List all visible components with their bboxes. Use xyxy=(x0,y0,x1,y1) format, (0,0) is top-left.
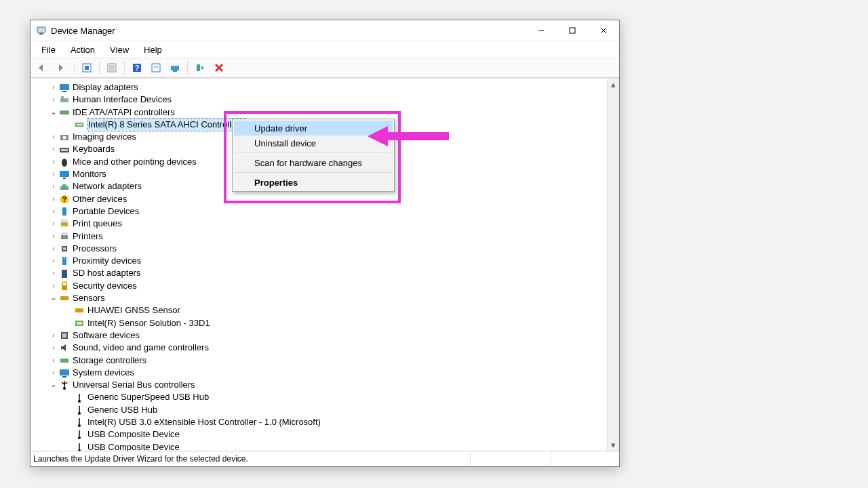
caret-icon[interactable] xyxy=(50,143,58,155)
properties-button[interactable] xyxy=(104,60,120,76)
caret-icon[interactable] xyxy=(50,193,58,205)
ide-icon xyxy=(59,107,70,118)
caret-icon[interactable] xyxy=(50,205,58,218)
node-processors[interactable]: Processors xyxy=(31,243,607,255)
sensor-icon xyxy=(74,305,85,316)
node-usb-2[interactable]: Generic USB Hub xyxy=(31,404,607,416)
node-sensor-huawei[interactable]: HUAWEI GNSS Sensor xyxy=(31,304,607,317)
status-text: Launches the Update Driver Wizard for th… xyxy=(31,454,470,464)
minimize-button[interactable] xyxy=(526,20,557,41)
node-sensor-intel[interactable]: Intel(R) Sensor Solution - 33D1 xyxy=(31,317,607,329)
node-printers[interactable]: Printers xyxy=(31,230,607,243)
svg-point-48 xyxy=(64,258,65,259)
forward-button[interactable] xyxy=(54,60,70,76)
caret-icon[interactable] xyxy=(50,367,58,379)
caret-icon[interactable] xyxy=(50,131,58,143)
node-other[interactable]: ? Other devices xyxy=(31,193,607,205)
svg-rect-1 xyxy=(39,33,43,35)
node-usb[interactable]: Universal Serial Bus controllers xyxy=(31,379,607,391)
node-sdhost[interactable]: SD host adapters xyxy=(31,267,607,279)
back-button[interactable] xyxy=(35,60,51,76)
node-storage[interactable]: Storage controllers xyxy=(31,354,607,367)
computer-icon xyxy=(59,367,70,378)
maximize-button[interactable] xyxy=(557,20,588,41)
caret-icon[interactable] xyxy=(50,342,58,354)
update-driver-button[interactable] xyxy=(148,60,164,76)
sensor-icon xyxy=(74,318,85,329)
ctx-properties[interactable]: Properties xyxy=(234,175,393,190)
caret-icon[interactable] xyxy=(50,329,58,342)
storage-icon xyxy=(59,355,70,366)
node-security[interactable]: Security devices xyxy=(31,280,607,292)
menu-file[interactable]: File xyxy=(37,43,60,56)
caret-icon[interactable] xyxy=(50,243,58,255)
caret-icon[interactable] xyxy=(50,379,58,391)
menu-action[interactable]: Action xyxy=(66,43,99,56)
svg-point-30 xyxy=(63,136,66,140)
node-proximity[interactable]: Proximity devices xyxy=(31,255,607,267)
caret-icon[interactable] xyxy=(50,218,58,230)
svg-rect-35 xyxy=(63,178,66,179)
ctx-uninstall-device[interactable]: Uninstall device xyxy=(234,136,393,150)
enable-button[interactable] xyxy=(192,60,208,76)
node-usb-5[interactable]: USB Composite Device xyxy=(31,441,607,451)
svg-rect-3 xyxy=(570,28,575,33)
node-printq[interactable]: Print queues xyxy=(31,218,607,230)
caret-icon[interactable] xyxy=(50,354,58,367)
node-display-adapters[interactable]: Display adapters xyxy=(31,81,607,94)
svg-rect-40 xyxy=(62,207,66,216)
close-button[interactable] xyxy=(588,20,619,41)
svg-rect-23 xyxy=(61,96,64,98)
caret-icon[interactable] xyxy=(50,156,58,168)
caret-icon[interactable] xyxy=(50,180,58,192)
show-hidden-button[interactable] xyxy=(79,60,95,76)
svg-point-33 xyxy=(62,159,67,167)
node-sound[interactable]: Sound, video and game controllers xyxy=(31,342,607,354)
scan-button[interactable] xyxy=(167,60,183,76)
controller-icon xyxy=(74,119,85,130)
svg-rect-24 xyxy=(60,110,68,115)
node-usb-3[interactable]: Intel(R) USB 3.0 eXtensible Host Control… xyxy=(31,416,607,428)
ctx-update-driver[interactable]: Update driver xyxy=(234,121,393,136)
node-software[interactable]: Software devices xyxy=(31,329,607,342)
svg-rect-37 xyxy=(62,184,66,186)
node-system[interactable]: System devices xyxy=(31,367,607,379)
usb-icon xyxy=(74,392,85,403)
caret-icon[interactable] xyxy=(50,168,58,180)
svg-rect-22 xyxy=(60,98,68,102)
printer-icon xyxy=(59,231,70,242)
caret-icon[interactable] xyxy=(50,81,58,94)
mouse-icon xyxy=(59,157,70,167)
network-icon xyxy=(59,182,70,192)
caret-icon[interactable] xyxy=(50,280,58,292)
printer-icon xyxy=(59,218,70,229)
scroll-down-icon[interactable]: ▾ xyxy=(608,439,619,451)
ctx-scan-hardware[interactable]: Scan for hardware changes xyxy=(234,155,393,170)
menu-view[interactable]: View xyxy=(106,43,133,56)
node-usb-1[interactable]: Generic SuperSpeed USB Hub xyxy=(31,391,607,403)
caret-icon[interactable] xyxy=(50,292,58,304)
svg-rect-34 xyxy=(60,171,69,177)
menu-help[interactable]: Help xyxy=(140,43,166,56)
uninstall-button[interactable] xyxy=(211,60,227,76)
lock-icon xyxy=(59,281,70,291)
node-sensors[interactable]: Sensors xyxy=(31,292,607,304)
node-usb-4[interactable]: USB Composite Device xyxy=(31,428,607,441)
help-button[interactable]: ? xyxy=(129,60,145,76)
hid-icon xyxy=(59,94,70,105)
vertical-scrollbar[interactable]: ▴ ▾ xyxy=(607,79,619,451)
scroll-up-icon[interactable]: ▴ xyxy=(608,79,619,90)
caret-icon[interactable] xyxy=(50,94,58,106)
caret-icon[interactable] xyxy=(50,230,58,243)
node-ide[interactable]: IDE ATA/ATAPI controllers xyxy=(31,106,607,119)
keyboard-icon xyxy=(59,144,70,155)
caret-icon[interactable] xyxy=(50,267,58,279)
node-hid[interactable]: Human Interface Devices xyxy=(31,94,607,106)
caret-icon[interactable] xyxy=(50,106,58,119)
svg-rect-17 xyxy=(197,64,200,71)
proximity-icon xyxy=(59,256,70,266)
node-portable[interactable]: Portable Devices xyxy=(31,205,607,218)
svg-rect-43 xyxy=(61,235,68,239)
svg-rect-56 xyxy=(60,359,68,363)
caret-icon[interactable] xyxy=(50,255,58,267)
